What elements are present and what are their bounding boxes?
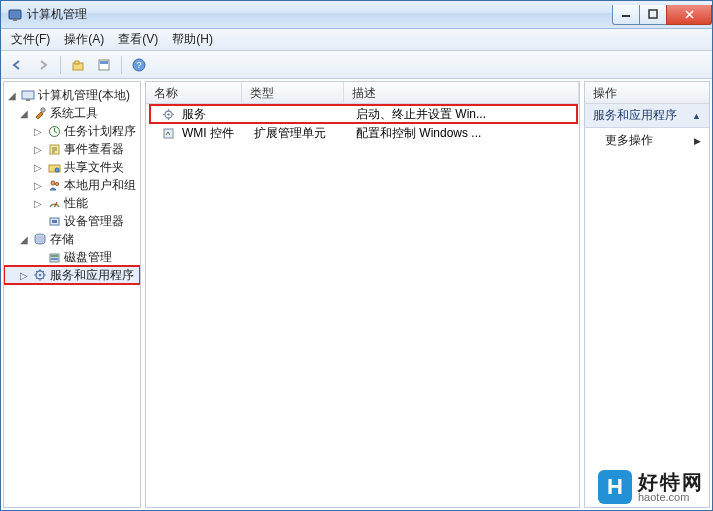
tree-label: 服务和应用程序 — [50, 267, 134, 284]
expand-icon[interactable]: ▷ — [32, 162, 44, 173]
toolbar-separator-2 — [121, 56, 122, 74]
list-body[interactable]: 服务 启动、终止并设置 Win... WMI 控件 扩展管理单元 配置和控制 W… — [146, 104, 579, 507]
tree-event-viewer[interactable]: ▷ 事件查看器 — [4, 140, 140, 158]
svg-rect-11 — [26, 99, 30, 101]
toolbar: ? — [1, 51, 712, 79]
services-icon — [32, 267, 48, 283]
menu-action[interactable]: 操作(A) — [58, 29, 110, 50]
help-button[interactable]: ? — [127, 54, 151, 76]
maximize-button[interactable] — [639, 5, 667, 25]
tree-label: 存储 — [50, 231, 74, 248]
tree-disk-management[interactable]: 磁盘管理 — [4, 248, 140, 266]
tree-label: 事件查看器 — [64, 141, 124, 158]
expand-icon[interactable]: ◢ — [18, 234, 30, 245]
tree-local-users[interactable]: ▷ 本地用户和组 — [4, 176, 140, 194]
tree-device-manager[interactable]: 设备管理器 — [4, 212, 140, 230]
watermark-badge: H — [598, 470, 632, 504]
cell-type: 扩展管理单元 — [246, 125, 348, 142]
expand-icon[interactable]: ▷ — [32, 144, 44, 155]
computer-icon — [20, 87, 36, 103]
tree-task-scheduler[interactable]: ▷ 任务计划程序 — [4, 122, 140, 140]
svg-rect-20 — [52, 220, 57, 223]
tree-performance[interactable]: ▷ 性能 — [4, 194, 140, 212]
expand-icon[interactable]: ▷ — [18, 270, 30, 281]
cell-name: 服务 — [182, 106, 206, 123]
cell-desc: 启动、终止并设置 Win... — [348, 106, 577, 123]
menu-help[interactable]: 帮助(H) — [166, 29, 219, 50]
svg-rect-0 — [9, 10, 21, 19]
close-button[interactable] — [666, 5, 712, 25]
tree-label: 磁盘管理 — [64, 249, 112, 266]
tree-root[interactable]: ◢ 计算机管理(本地) — [4, 86, 140, 104]
watermark-cn: 好特网 — [638, 472, 704, 492]
menu-file[interactable]: 文件(F) — [5, 29, 56, 50]
watermark-en: haote.com — [638, 492, 704, 503]
tree-services-apps[interactable]: ▷ 服务和应用程序 — [4, 266, 140, 284]
clock-icon — [46, 123, 62, 139]
tree-pane[interactable]: ◢ 计算机管理(本地) ◢ 系统工具 ▷ 任务计划程序 ▷ 事件查看器 ▷ — [3, 81, 141, 508]
back-button[interactable] — [5, 54, 29, 76]
tree-storage[interactable]: ◢ 存储 — [4, 230, 140, 248]
svg-rect-7 — [100, 61, 108, 64]
col-type[interactable]: 类型 — [242, 82, 344, 103]
svg-point-12 — [41, 108, 45, 112]
tree-root-label: 计算机管理(本地) — [38, 87, 130, 104]
tree-shared-folders[interactable]: ▷ 共享文件夹 — [4, 158, 140, 176]
watermark: H 好特网 haote.com — [598, 470, 704, 504]
svg-rect-10 — [22, 91, 34, 99]
svg-rect-2 — [622, 15, 630, 17]
tree-label: 本地用户和组 — [64, 177, 136, 194]
col-name[interactable]: 名称 — [146, 82, 242, 103]
tree-system-tools[interactable]: ◢ 系统工具 — [4, 104, 140, 122]
col-desc[interactable]: 描述 — [344, 82, 579, 103]
list-pane: 名称 类型 描述 服务 启动、终止并设置 Win... WMI 控件 — [145, 81, 580, 508]
collapse-icon[interactable]: ▲ — [692, 111, 701, 121]
chevron-right-icon: ▶ — [694, 136, 701, 146]
gauge-icon — [46, 195, 62, 211]
menu-view[interactable]: 查看(V) — [112, 29, 164, 50]
actions-section[interactable]: 服务和应用程序 ▲ — [585, 104, 709, 128]
up-button[interactable] — [66, 54, 90, 76]
expand-icon[interactable]: ◢ — [18, 108, 30, 119]
svg-rect-23 — [51, 255, 58, 257]
expand-icon[interactable]: ▷ — [32, 126, 44, 137]
list-row-services[interactable]: 服务 启动、终止并设置 Win... — [150, 105, 577, 123]
expand-icon[interactable]: ▷ — [32, 180, 44, 191]
disk-icon — [46, 249, 62, 265]
svg-rect-5 — [75, 61, 79, 64]
gear-icon — [160, 106, 176, 122]
cell-desc: 配置和控制 Windows ... — [348, 125, 579, 142]
tree-label: 设备管理器 — [64, 213, 124, 230]
forward-button[interactable] — [31, 54, 55, 76]
svg-rect-3 — [649, 10, 657, 18]
actions-more-label: 更多操作 — [605, 132, 653, 149]
tree-label: 性能 — [64, 195, 88, 212]
device-icon — [46, 213, 62, 229]
list-row-wmi[interactable]: WMI 控件 扩展管理单元 配置和控制 Windows ... — [146, 124, 579, 142]
svg-point-18 — [55, 182, 58, 185]
properties-button[interactable] — [92, 54, 116, 76]
cell-name: WMI 控件 — [182, 125, 234, 142]
minimize-button[interactable] — [612, 5, 640, 25]
expand-icon[interactable]: ◢ — [6, 90, 18, 101]
menubar: 文件(F) 操作(A) 查看(V) 帮助(H) — [1, 29, 712, 51]
users-icon — [46, 177, 62, 193]
app-icon — [7, 7, 23, 23]
expand-icon[interactable]: ▷ — [32, 198, 44, 209]
titlebar: 计算机管理 — [1, 1, 712, 29]
window-title: 计算机管理 — [27, 6, 87, 23]
svg-point-17 — [51, 181, 55, 185]
tools-icon — [32, 105, 48, 121]
actions-more[interactable]: 更多操作 ▶ — [585, 128, 709, 153]
storage-icon — [32, 231, 48, 247]
list-header: 名称 类型 描述 — [146, 82, 579, 104]
svg-rect-1 — [13, 19, 17, 21]
svg-point-16 — [55, 168, 59, 172]
svg-point-26 — [39, 274, 42, 277]
actions-pane: 操作 服务和应用程序 ▲ 更多操作 ▶ — [584, 81, 710, 508]
actions-header: 操作 — [585, 82, 709, 104]
actions-section-label: 服务和应用程序 — [593, 107, 677, 124]
folder-share-icon — [46, 159, 62, 175]
toolbar-separator — [60, 56, 61, 74]
event-icon — [46, 141, 62, 157]
